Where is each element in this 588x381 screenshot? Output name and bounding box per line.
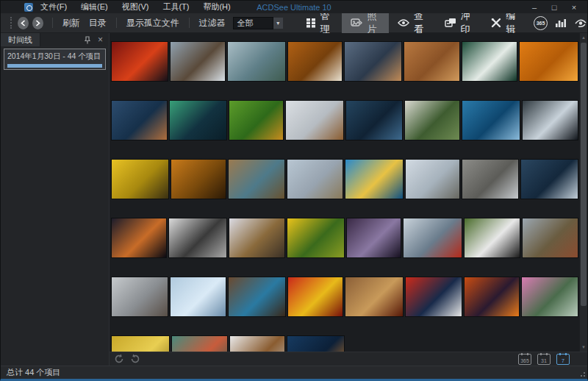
thumbnail[interactable]: [522, 100, 578, 140]
thumbnail[interactable]: [464, 218, 520, 258]
thumbnail[interactable]: [287, 277, 343, 317]
thumbnail[interactable]: [168, 218, 227, 258]
vertical-scrollbar[interactable]: ▲ ▼: [579, 33, 587, 352]
thumbnail[interactable]: [111, 218, 167, 258]
menu-tools[interactable]: 工具(T): [162, 1, 189, 13]
thumbnail[interactable]: [405, 277, 462, 317]
menu-file[interactable]: 文件(F): [40, 1, 67, 13]
thumbnail[interactable]: [345, 277, 404, 317]
rotate-right-icon[interactable]: [130, 354, 140, 364]
thumbnail[interactable]: [285, 100, 344, 140]
thumbnail-row: [111, 218, 579, 258]
mode-tabs: 管理 照片 查看: [297, 13, 528, 33]
maximize-button[interactable]: □: [550, 3, 559, 12]
thumbnail[interactable]: [229, 335, 285, 352]
thumbnail[interactable]: [111, 100, 168, 140]
timeline-count-bar: [7, 64, 102, 68]
app-logo-icon: [24, 3, 33, 12]
refresh-button[interactable]: 刷新: [58, 17, 85, 29]
quick-view-icon[interactable]: [574, 18, 587, 28]
menu-bar: 文件(F) 编辑(E) 视图(V) 工具(T) 帮助(H): [40, 1, 231, 13]
photos-icon: [351, 18, 362, 28]
scrollbar-thumb[interactable]: [581, 43, 587, 306]
acdsee-window: 文件(F) 编辑(E) 视图(V) 工具(T) 帮助(H) ACDSee Ult…: [0, 0, 588, 381]
thumbnail[interactable]: [404, 41, 460, 82]
calendar-week-icon[interactable]: 7: [556, 354, 570, 365]
thumbnail[interactable]: [111, 41, 168, 82]
window-controls: – □ ×: [530, 3, 587, 12]
thumbnail[interactable]: [227, 41, 286, 82]
toolbar-separator: [116, 18, 117, 28]
thumbnail[interactable]: [111, 277, 168, 317]
thumbnail[interactable]: [228, 277, 286, 317]
minimize-button[interactable]: –: [530, 3, 539, 12]
thumbnail[interactable]: [519, 41, 578, 82]
thumbnail[interactable]: [169, 100, 227, 140]
dashboard-bars-icon[interactable]: [555, 18, 567, 28]
thumbnail[interactable]: [522, 218, 578, 258]
back-button[interactable]: [18, 17, 29, 29]
thumbnail[interactable]: [462, 159, 519, 199]
thumbnail[interactable]: [229, 100, 284, 140]
thumbnail[interactable]: [464, 277, 520, 317]
thumbnail[interactable]: [404, 100, 460, 140]
edit-tools-icon: [491, 18, 501, 28]
filter-dropdown-arrow-icon[interactable]: ▾: [273, 17, 283, 29]
thumbnail[interactable]: [170, 41, 226, 82]
rotate-left-icon[interactable]: [114, 354, 124, 364]
filter-select[interactable]: 全部: [233, 17, 274, 29]
acdsee-365-icon[interactable]: 365: [534, 16, 548, 30]
thumbnail[interactable]: [345, 159, 404, 199]
timeline-tab[interactable]: 时间线: [1, 33, 40, 46]
scroll-down-icon[interactable]: ▼: [581, 343, 586, 352]
thumbnail[interactable]: [344, 41, 402, 82]
manage-grid-icon: [306, 18, 316, 28]
menu-view[interactable]: 视图(V): [122, 1, 149, 13]
thumbnail[interactable]: [462, 100, 520, 140]
thumbnail[interactable]: [345, 100, 403, 140]
thumbnail[interactable]: [111, 159, 169, 199]
content-area: 时间线 × 2014年1月30日 - 44 个项目: [1, 33, 587, 366]
tab-view[interactable]: 查看: [389, 13, 436, 33]
thumbnail[interactable]: [403, 218, 462, 258]
thumbnail[interactable]: [520, 159, 578, 199]
panel-close-icon[interactable]: ×: [98, 35, 103, 45]
menu-help[interactable]: 帮助(H): [203, 1, 230, 13]
pin-icon[interactable]: [84, 36, 91, 44]
menu-edit[interactable]: 编辑(E): [81, 1, 108, 13]
thumbnail[interactable]: [521, 277, 578, 317]
thumbnail[interactable]: [170, 277, 226, 317]
thumbnail[interactable]: [111, 335, 170, 352]
thumbnail[interactable]: [228, 159, 285, 199]
thumbnail[interactable]: [462, 41, 517, 82]
thumbnail-row: [111, 100, 579, 140]
thumbnail[interactable]: [405, 159, 460, 199]
resize-grip-icon[interactable]: [578, 370, 585, 377]
thumbnail[interactable]: [287, 159, 343, 199]
toolbar-separator: [52, 18, 53, 28]
tab-edit[interactable]: 编辑: [482, 13, 528, 33]
thumbnail[interactable]: [346, 218, 401, 258]
timeline-group-item[interactable]: 2014年1月30日 - 44 个项目: [4, 49, 106, 70]
forward-button[interactable]: [32, 17, 43, 29]
scroll-up-icon[interactable]: ▲: [581, 33, 586, 42]
calendar-year-icon[interactable]: 365: [518, 354, 531, 365]
title-bar: 文件(F) 编辑(E) 视图(V) 工具(T) 帮助(H) ACDSee Ult…: [1, 1, 587, 13]
thumbnail[interactable]: [229, 218, 285, 258]
toolbar-drag-handle[interactable]: [10, 17, 12, 29]
thumbnail[interactable]: [171, 159, 226, 199]
thumbnail[interactable]: [287, 335, 345, 352]
thumbnail[interactable]: [287, 41, 343, 82]
catalog-button[interactable]: 目录: [85, 17, 111, 29]
tab-develop[interactable]: 冲印: [436, 13, 483, 33]
toolbar-right-icons: 365: [534, 16, 587, 30]
thumbnail[interactable]: [287, 218, 345, 258]
tab-photos[interactable]: 照片: [342, 13, 389, 33]
tab-manage[interactable]: 管理: [297, 13, 343, 33]
thumbnail-row: [111, 335, 579, 352]
thumbnail[interactable]: [171, 335, 228, 352]
show-orphans-button[interactable]: 显示孤立文件: [122, 17, 184, 29]
calendar-month-icon[interactable]: 31: [537, 354, 551, 365]
close-button[interactable]: ×: [570, 3, 578, 12]
thumbnail-grid: [110, 33, 579, 352]
